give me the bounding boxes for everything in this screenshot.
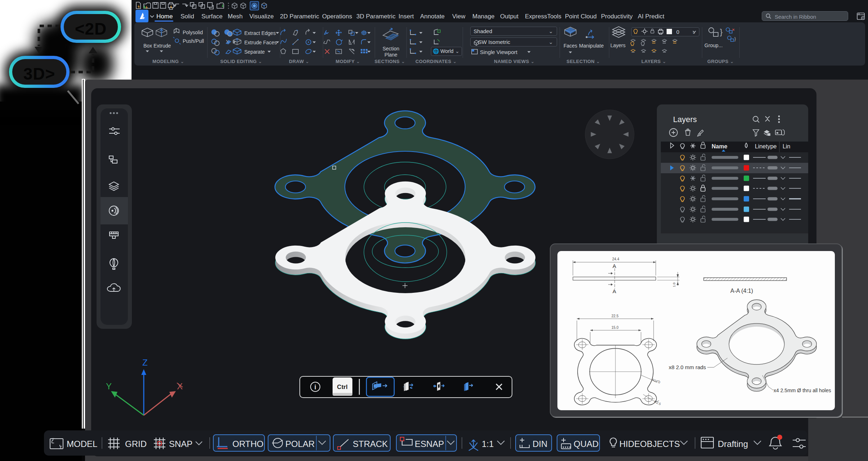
svg-text:}: }	[734, 36, 736, 41]
svg-text:Layers: Layers	[673, 115, 697, 124]
svg-text:A: A	[613, 263, 616, 269]
svg-text:x: x	[60, 446, 62, 449]
svg-text:i: i	[314, 384, 316, 391]
svg-text:x4 2.5mm Ø thru all holes: x4 2.5mm Ø thru all holes	[774, 388, 831, 393]
svg-text:}: }	[720, 27, 722, 36]
svg-text:Name: Name	[712, 143, 727, 149]
svg-text:1.0: 1.0	[672, 282, 676, 287]
svg-text:Z: Z	[142, 358, 148, 367]
svg-text:Y: Y	[52, 437, 54, 441]
svg-text:A-A (4:1): A-A (4:1)	[730, 288, 753, 294]
svg-text:24.4: 24.4	[612, 257, 619, 261]
svg-text:R11.0: R11.0	[651, 378, 660, 384]
svg-text:Lin: Lin	[783, 143, 790, 149]
svg-text:A: A	[613, 288, 616, 294]
svg-text:22.5: 22.5	[611, 314, 619, 318]
svg-text:x8 2.0 mm rads: x8 2.0 mm rads	[669, 364, 706, 370]
svg-text:15.0: 15.0	[611, 326, 619, 330]
svg-text:R2.5: R2.5	[654, 400, 661, 406]
svg-text:Ctrl: Ctrl	[337, 384, 347, 390]
svg-text:Y: Y	[106, 381, 112, 391]
svg-text:Linetype: Linetype	[755, 143, 777, 149]
